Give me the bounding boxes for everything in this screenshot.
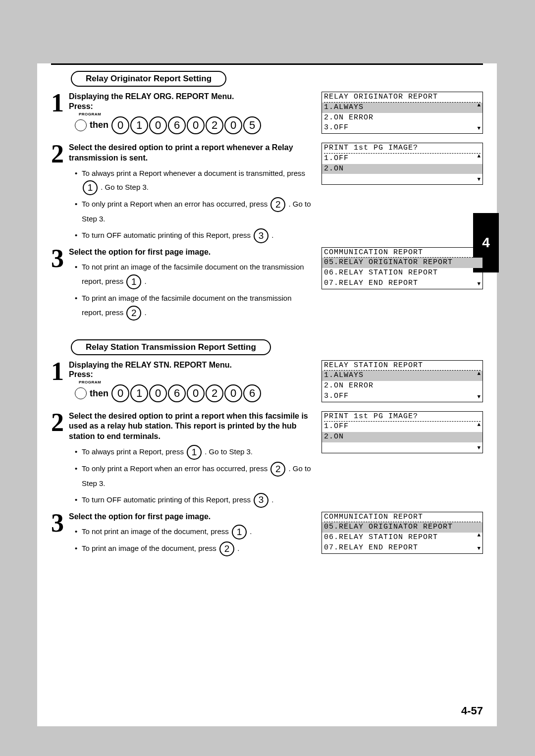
lcd-display: RELAY ORIGINATOR REPORT 1.ALWAYS 2.ON ER… [321, 92, 483, 134]
down-arrow-icon: ▼ [477, 125, 481, 132]
step-number: 3 [51, 247, 69, 270]
key-icon: 1 [126, 274, 141, 289]
lcd-title: COMMUNICATION REPORT [322, 248, 482, 258]
down-arrow-icon: ▼ [477, 445, 481, 452]
program-label: PROGRAM [79, 380, 314, 384]
key-icon: 3 [254, 493, 268, 508]
lcd-title: PRINT 1st PG IMAGE? [322, 143, 482, 153]
key-icon: 5 [243, 116, 261, 134]
bullet-text: To only print a Report when an error has… [82, 464, 269, 473]
program-key-icon [75, 387, 87, 399]
key-icon: 6 [243, 384, 261, 402]
lcd-row: 05.RELAY ORIGINATOR REPORT [322, 258, 482, 268]
press-label: Press: [69, 370, 314, 379]
key-icon: 3 [254, 228, 268, 243]
up-arrow-icon: ▲ [477, 371, 481, 378]
key-icon: 2 [126, 306, 141, 321]
lcd-row: 06.RELAY STATION REPORT [322, 268, 482, 278]
step-number: 2 [51, 411, 69, 434]
bullet-text: . Go to Step 3. [205, 447, 253, 456]
up-arrow-icon: ▲ [477, 532, 481, 539]
key-icon: 2 [206, 384, 223, 402]
lcd-display: PRINT 1st PG IMAGE? 1.OFF 2.ON ▲ ▼ [321, 143, 483, 185]
lcd-row: 05.RELAY ORIGINATOR REPORT [322, 522, 482, 533]
lcd-title: COMMUNICATION REPORT [322, 512, 482, 522]
lcd-row: 07.RELAY END REPORT [322, 543, 482, 553]
key-icon: 1 [187, 445, 202, 460]
bullet-text: To not print an image of the facsimile d… [82, 263, 304, 285]
bullet-text: To print an image of the facsimile docum… [82, 294, 292, 317]
section-pill-originator: Relay Originator Report Setting [71, 71, 226, 87]
lcd-display: RELAY STATION REPORT 1.ALWAYS 2.ON ERROR… [321, 360, 483, 402]
lcd-row: 2.ON [322, 432, 482, 442]
lcd-row: 2.ON [322, 164, 482, 174]
step3-title: Select the option for first page image. [69, 247, 314, 258]
step1-title: Displaying the RELAY ORG. REPORT Menu. [69, 92, 314, 102]
step3-title: Select the option for first page image. [69, 512, 314, 522]
then-text: then [90, 388, 108, 399]
lcd-row: 1.OFF [322, 154, 482, 164]
bullet-text: To print an image of the document, press [82, 544, 218, 552]
then-text: then [90, 120, 108, 130]
key-icon: 0 [111, 384, 129, 402]
bullet-text: . Go to Step 3. [101, 183, 149, 191]
lcd-row: 07.RELAY END REPORT [322, 278, 482, 289]
bullet-text: To always print a Report, press [82, 447, 186, 456]
key-icon: 0 [187, 116, 205, 134]
step1-title: Displaying the RELAY STN. REPORT Menu. [69, 360, 314, 371]
lcd-row: 1.ALWAYS [322, 103, 482, 113]
key-icon: 0 [149, 116, 167, 134]
program-label: PROGRAM [79, 112, 314, 116]
bullet-text: . [145, 308, 147, 317]
step3-bullets: To not print an image of the document, p… [75, 525, 314, 556]
up-arrow-icon: ▲ [477, 153, 481, 160]
lcd-row: 3.OFF [322, 123, 482, 133]
bullet-text: To always print a Report whenever a docu… [82, 169, 305, 177]
lcd-row: 06.RELAY STATION REPORT [322, 533, 482, 543]
lcd-title: RELAY STATION REPORT [322, 361, 482, 371]
key-icon: 0 [111, 116, 129, 134]
down-arrow-icon: ▼ [477, 394, 481, 401]
lcd-row [322, 442, 482, 453]
lcd-row [322, 174, 482, 184]
key-icon: 0 [224, 116, 242, 134]
up-arrow-icon: ▲ [477, 422, 481, 429]
step-number: 2 [51, 143, 69, 166]
up-arrow-icon: ▲ [477, 268, 481, 274]
page-number: 4-57 [461, 704, 483, 717]
program-key-icon [75, 119, 87, 131]
bullet-text: To only print a Report when an error has… [82, 200, 269, 208]
lcd-title: PRINT 1st PG IMAGE? [322, 412, 482, 422]
bullet-text: To turn OFF automatic printing of this R… [82, 495, 253, 504]
step-number: 1 [51, 360, 69, 383]
key-icon: 1 [83, 180, 98, 195]
key-sequence: then 0 1 0 6 0 2 0 5 [75, 116, 314, 134]
lcd-display: PRINT 1st PG IMAGE? 1.OFF 2.ON ▲ ▼ [321, 411, 483, 453]
key-icon: 2 [270, 197, 285, 212]
bullet-text: . [237, 544, 239, 552]
step2-title: Select the desired option to print a rep… [69, 143, 314, 163]
key-icon: 1 [232, 525, 247, 540]
key-icon: 6 [168, 384, 186, 402]
bullet-text: . [250, 527, 252, 536]
down-arrow-icon: ▼ [477, 281, 481, 288]
lcd-row: 3.OFF [322, 391, 482, 402]
lcd-display: COMMUNICATION REPORT 05.RELAY ORIGINATOR… [321, 512, 483, 554]
lcd-title: RELAY ORIGINATOR REPORT [322, 92, 482, 102]
step2-bullets: To always print a Report, press 1 . Go t… [75, 445, 314, 508]
key-icon: 1 [130, 384, 148, 402]
step2-title: Select the desired option to print a rep… [69, 411, 314, 442]
press-label: Press: [69, 102, 314, 111]
down-arrow-icon: ▼ [477, 176, 481, 183]
step3-bullets: To not print an image of the facsimile d… [75, 260, 314, 320]
key-icon: 0 [187, 384, 205, 402]
key-icon: 2 [219, 541, 234, 556]
up-arrow-icon: ▲ [477, 102, 481, 109]
key-icon: 0 [224, 384, 242, 402]
bullet-text: . [271, 495, 273, 504]
bullet-text: . [271, 231, 273, 239]
down-arrow-icon: ▼ [477, 545, 481, 552]
lcd-row: 1.ALWAYS [322, 371, 482, 381]
document-page: 4 Relay Originator Report Setting 1 Disp… [37, 63, 497, 726]
bullet-text: . [145, 277, 147, 285]
